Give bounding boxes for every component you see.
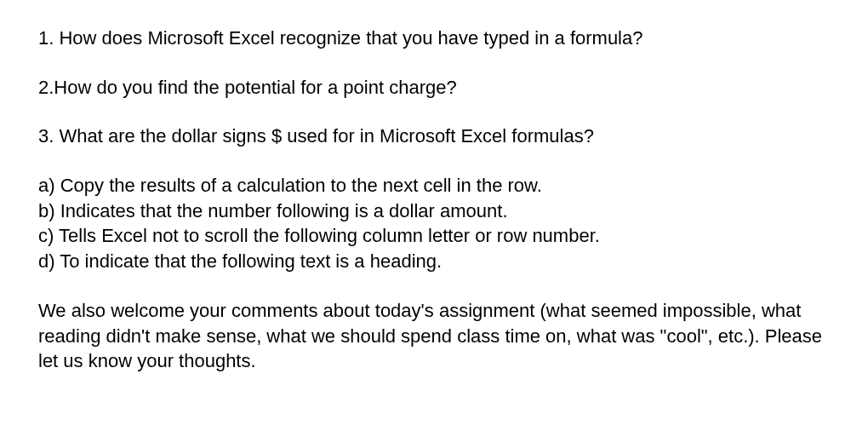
- option-a: a) Copy the results of a calculation to …: [38, 173, 830, 198]
- option-b: b) Indicates that the number following i…: [38, 198, 830, 224]
- question-2: 2.How do you find the potential for a po…: [38, 75, 830, 101]
- question-3: 3. What are the dollar signs $ used for …: [38, 124, 830, 149]
- option-c: c) Tells Excel not to scroll the followi…: [38, 223, 830, 249]
- question-1: 1. How does Microsoft Excel recognize th…: [38, 26, 830, 51]
- options-list: a) Copy the results of a calculation to …: [38, 173, 830, 274]
- comments-prompt: We also welcome your comments about toda…: [38, 298, 830, 374]
- option-d: d) To indicate that the following text i…: [38, 249, 830, 274]
